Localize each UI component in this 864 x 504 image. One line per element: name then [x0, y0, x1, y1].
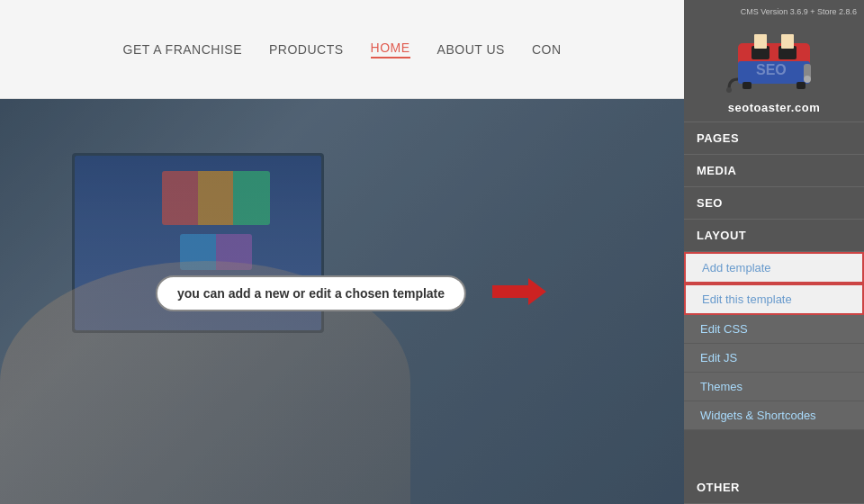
nav-get-a-franchise[interactable]: GET A FRANCHISE [123, 42, 243, 57]
website-preview: GET A FRANCHISE PRODUCTS HOME ABOUT US C… [0, 0, 684, 504]
sidebar-section-media[interactable]: MEDIA [684, 155, 864, 187]
menu-item-edit-css[interactable]: Edit CSS [684, 315, 864, 344]
sidebar-section-seo[interactable]: SEO [684, 187, 864, 220]
menu-item-edit-template[interactable]: Edit this template [684, 284, 864, 315]
nav-header: GET A FRANCHISE PRODUCTS HOME ABOUT US C… [0, 0, 684, 99]
version-text: CMS Version 3.6.9 + Store 2.8.6 [741, 7, 857, 16]
hero-area: you can add a new or edit a chosen templ… [0, 99, 684, 504]
sidebar-menu: PAGES MEDIA SEO LAYOUT Add template Edit… [684, 122, 864, 504]
menu-item-edit-js[interactable]: Edit JS [684, 344, 864, 373]
menu-item-themes[interactable]: Themes [684, 373, 864, 401]
nav-con[interactable]: CON [532, 42, 562, 57]
menu-item-widgets-shortcodes[interactable]: Widgets & Shortcodes [684, 401, 864, 430]
nav-links: GET A FRANCHISE PRODUCTS HOME ABOUT US C… [123, 40, 562, 58]
svg-point-8 [804, 76, 811, 83]
nav-home[interactable]: HOME [371, 40, 410, 58]
toaster-logo-icon: SEO [724, 21, 824, 97]
callout-tooltip: you can add a new or edit a chosen templ… [156, 275, 466, 311]
logo-area: CMS Version 3.6.9 + Store 2.8.6 [684, 0, 864, 122]
menu-item-add-template[interactable]: Add template [684, 252, 864, 284]
arrow-right-icon [492, 278, 546, 309]
svg-point-12 [726, 87, 732, 93]
svg-text:SEO: SEO [756, 62, 787, 77]
svg-rect-5 [754, 34, 767, 49]
svg-rect-6 [781, 34, 794, 49]
logo-url-text: seotoaster.com [728, 101, 820, 114]
svg-rect-10 [796, 82, 806, 89]
nav-about-us[interactable]: ABOUT US [437, 42, 505, 57]
nav-products[interactable]: PRODUCTS [269, 42, 344, 57]
callout-text: you can add a new or edit a chosen templ… [177, 286, 445, 301]
sidebar-section-pages[interactable]: PAGES [684, 122, 864, 155]
logo-container: SEO [720, 18, 828, 99]
svg-rect-9 [742, 82, 752, 89]
sidebar-panel: CMS Version 3.6.9 + Store 2.8.6 [684, 0, 864, 504]
svg-marker-0 [492, 278, 546, 305]
sidebar-section-other[interactable]: OTHER [684, 472, 864, 504]
sidebar-section-layout[interactable]: LAYOUT [684, 220, 864, 252]
